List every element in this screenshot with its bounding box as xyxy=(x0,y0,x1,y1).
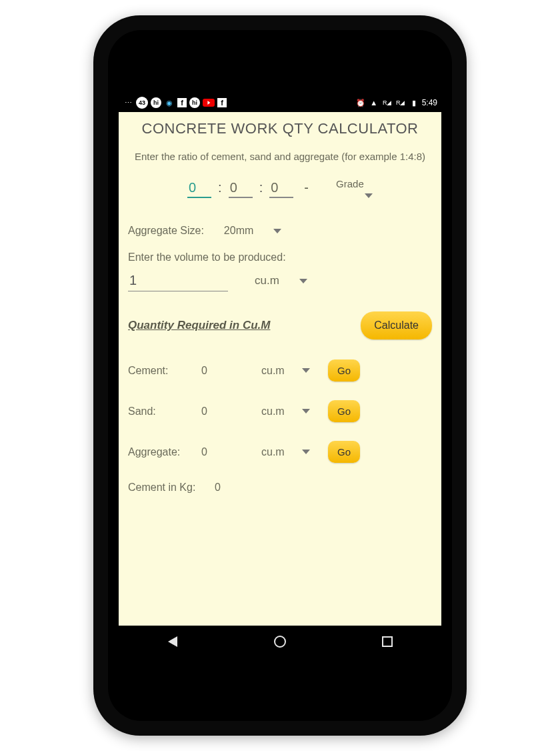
home-button[interactable] xyxy=(273,635,287,648)
phone-frame: ⋯ 43 hi ◉ f hi f ⏰ ▲ R◢ R◢ ▮ 5:49 xyxy=(93,15,467,736)
grade-dropdown[interactable]: Grade xyxy=(327,178,373,198)
grade-label: Grade xyxy=(336,178,364,189)
hike-icon-2: hi xyxy=(189,97,200,108)
ratio-separator: : xyxy=(218,180,222,198)
ratio-row: : : - Grade xyxy=(128,178,432,198)
chevron-down-icon xyxy=(302,409,310,414)
aggregate-value: 0 xyxy=(201,446,261,458)
aggregate-size-row: Aggregate Size: 20mm xyxy=(128,225,432,237)
cement-result-row: Cement: 0 cu.m Go xyxy=(128,359,432,382)
aggregate-size-value: 20mm xyxy=(224,225,253,237)
status-time: 5:49 xyxy=(422,98,437,107)
alarm-icon: ⏰ xyxy=(355,97,366,108)
aggregate-result-row: Aggregate: 0 cu.m Go xyxy=(128,441,432,463)
app-content: CONCRETE WORK QTY CALCULATOR Enter the r… xyxy=(119,112,441,626)
recent-button[interactable] xyxy=(381,635,394,648)
sand-unit-value: cu.m xyxy=(261,406,285,418)
phone-inner: ⋯ 43 hi ◉ f hi f ⏰ ▲ R◢ R◢ ▮ 5:49 xyxy=(108,30,452,721)
facebook-icon: f xyxy=(177,98,187,107)
signal-icon-2: R◢ xyxy=(395,97,406,108)
recent-icon xyxy=(382,636,393,647)
battery-icon: ▮ xyxy=(409,97,419,108)
status-right: ⏰ ▲ R◢ R◢ ▮ 5:49 xyxy=(355,97,437,108)
youtube-icon xyxy=(203,99,215,107)
volume-input[interactable] xyxy=(128,270,228,291)
ratio-separator: : xyxy=(259,180,263,198)
cement-ratio-input[interactable] xyxy=(187,179,211,198)
home-icon xyxy=(274,636,286,648)
quantity-header: Quantity Required in Cu.M Calculate xyxy=(128,311,432,339)
aggregate-size-label: Aggregate Size: xyxy=(128,225,204,237)
cement-kg-label: Cement in Kg: xyxy=(128,482,215,494)
status-bar: ⋯ 43 hi ◉ f hi f ⏰ ▲ R◢ R◢ ▮ 5:49 xyxy=(119,93,441,112)
cement-value: 0 xyxy=(201,365,261,377)
sand-value: 0 xyxy=(201,406,261,418)
chevron-down-icon xyxy=(365,193,373,198)
aggregate-size-dropdown[interactable]: 20mm xyxy=(224,225,281,237)
sand-ratio-input[interactable] xyxy=(229,179,253,198)
sand-result-row: Sand: 0 cu.m Go xyxy=(128,400,432,422)
nav-bar xyxy=(119,626,441,658)
chevron-down-icon xyxy=(273,229,281,233)
sync-icon: ◉ xyxy=(164,97,175,108)
status-left: ⋯ 43 hi ◉ f hi f xyxy=(123,97,227,109)
wifi-icon: ▲ xyxy=(369,97,379,108)
hike-icon: hi xyxy=(151,97,161,108)
chevron-down-icon xyxy=(302,450,310,454)
aggregate-unit-dropdown[interactable]: cu.m xyxy=(261,446,321,458)
cement-unit-dropdown[interactable]: cu.m xyxy=(261,365,321,377)
quantity-title: Quantity Required in Cu.M xyxy=(128,319,270,332)
back-button[interactable] xyxy=(166,635,179,648)
aggregate-unit-value: cu.m xyxy=(261,446,285,458)
sand-go-button[interactable]: Go xyxy=(328,400,360,422)
sand-unit-dropdown[interactable]: cu.m xyxy=(261,406,321,418)
facebook-icon-2: f xyxy=(217,98,227,107)
chevron-down-icon xyxy=(302,368,310,373)
page-title: CONCRETE WORK QTY CALCULATOR xyxy=(128,120,432,137)
sand-label: Sand: xyxy=(128,406,201,418)
volume-unit-dropdown[interactable]: cu.m xyxy=(255,274,307,287)
calculate-button[interactable]: Calculate xyxy=(361,311,432,339)
cement-go-button[interactable]: Go xyxy=(328,359,360,382)
aggregate-label: Aggregate: xyxy=(128,446,201,458)
back-icon xyxy=(168,636,177,647)
signal-icon: R◢ xyxy=(382,97,393,108)
cement-kg-row: Cement in Kg: 0 xyxy=(128,482,432,494)
screen: ⋯ 43 hi ◉ f hi f ⏰ ▲ R◢ R◢ ▮ 5:49 xyxy=(119,93,441,658)
aggregate-ratio-input[interactable] xyxy=(269,179,293,198)
notification-badge: 43 xyxy=(136,97,148,109)
ratio-dash: - xyxy=(304,180,309,198)
cement-unit-value: cu.m xyxy=(261,365,285,377)
cement-label: Cement: xyxy=(128,365,201,377)
volume-label-row: Enter the volume to be produced: xyxy=(128,251,432,263)
volume-unit-value: cu.m xyxy=(255,274,279,287)
more-icon: ⋯ xyxy=(123,97,133,108)
volume-input-row: cu.m xyxy=(128,270,432,291)
chevron-down-icon xyxy=(299,279,307,283)
volume-label: Enter the volume to be produced: xyxy=(128,251,286,263)
cement-kg-value: 0 xyxy=(215,482,275,494)
page-subtitle: Enter the ratio of cement, sand and aggr… xyxy=(128,149,432,163)
aggregate-go-button[interactable]: Go xyxy=(328,441,360,463)
